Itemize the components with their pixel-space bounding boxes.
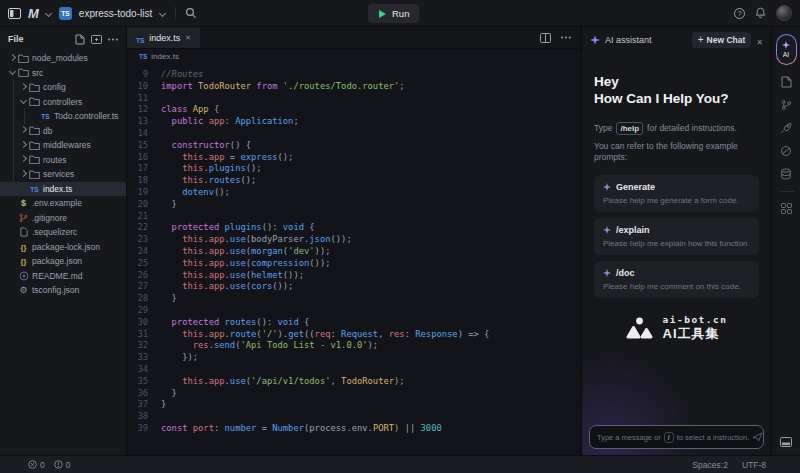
folder-icon bbox=[28, 83, 41, 92]
file-explorer-panel: File node_modulessrcconfigcontrollersTod… bbox=[0, 27, 127, 455]
project-name[interactable]: express-todo-list bbox=[79, 8, 152, 19]
tree-item-node-modules[interactable]: node_modules bbox=[0, 51, 126, 66]
split-editor-icon[interactable] bbox=[540, 33, 551, 43]
tree-item--gitignore[interactable]: .gitignore bbox=[0, 211, 126, 226]
new-folder-icon[interactable] bbox=[91, 34, 102, 44]
code-line: 29 bbox=[127, 305, 581, 317]
chevron-down-icon[interactable] bbox=[45, 10, 52, 17]
prompt-description: Please help me generate a form code. bbox=[603, 196, 750, 205]
watermark: ai-bot.cn AI工具集 bbox=[594, 314, 759, 343]
warnings-status[interactable]: 0 bbox=[54, 460, 71, 470]
search-icon[interactable] bbox=[185, 7, 197, 19]
help-icon[interactable] bbox=[734, 8, 745, 19]
sidebar-toggle-icon[interactable] bbox=[8, 8, 21, 19]
tree-item-middlewares[interactable]: middlewares bbox=[0, 138, 126, 153]
new-chat-button[interactable]: New Chat bbox=[692, 32, 752, 48]
bell-icon[interactable] bbox=[755, 7, 766, 19]
folder-icon bbox=[28, 155, 41, 164]
code-line: 17 this.plugins(); bbox=[127, 163, 581, 175]
code-line: 16 this.app = express(); bbox=[127, 152, 581, 164]
code-editor[interactable]: 9//Routes10import TodoRouter from './rou… bbox=[127, 64, 581, 455]
chevron-down-icon bbox=[7, 71, 17, 74]
close-tab-icon[interactable] bbox=[185, 33, 191, 42]
tree-item-todo-controller-ts[interactable]: Todo.controller.ts bbox=[0, 109, 126, 124]
encoding-status[interactable]: UTF-8 bbox=[742, 460, 766, 470]
code-line: 14 bbox=[127, 128, 581, 140]
file-icon bbox=[17, 198, 30, 208]
preview-link-icon[interactable] bbox=[780, 145, 792, 157]
chevron-right-icon bbox=[18, 129, 28, 132]
indent-guide bbox=[13, 80, 14, 196]
tree-item-db[interactable]: db bbox=[0, 124, 126, 139]
editor-tab-bar: index.ts bbox=[127, 27, 581, 49]
code-line: 21 bbox=[127, 211, 581, 223]
chat-input[interactable]: Type a message or / to select a instruct… bbox=[589, 425, 764, 449]
folder-icon bbox=[17, 54, 30, 63]
sparkle-icon bbox=[603, 269, 611, 277]
breadcrumb[interactable]: index.ts bbox=[127, 49, 581, 64]
send-icon[interactable] bbox=[752, 432, 763, 442]
apps-grid-icon[interactable] bbox=[781, 203, 792, 214]
docs-icon[interactable] bbox=[781, 76, 792, 88]
folder-icon bbox=[28, 126, 41, 135]
prompt-title: Generate bbox=[616, 182, 655, 192]
more-actions-icon[interactable] bbox=[561, 36, 571, 39]
bottom-panel-icon[interactable] bbox=[780, 437, 792, 447]
tree-item-label: config bbox=[43, 82, 66, 92]
tree-item-label: index.ts bbox=[43, 184, 72, 194]
warning-icon bbox=[54, 460, 63, 469]
user-avatar[interactable] bbox=[776, 5, 792, 21]
code-line: 26 this.app.use(helmet()); bbox=[127, 270, 581, 282]
code-line: 27 this.app.use(cors()); bbox=[127, 281, 581, 293]
run-button[interactable]: Run bbox=[368, 4, 419, 23]
tree-item-services[interactable]: services bbox=[0, 167, 126, 182]
tab-index-ts[interactable]: index.ts bbox=[127, 27, 200, 48]
help-command-chip[interactable]: /help bbox=[616, 122, 643, 135]
rocket-icon[interactable] bbox=[780, 122, 792, 134]
tree-item-label: node_modules bbox=[32, 53, 88, 63]
code-line: 37} bbox=[127, 399, 581, 411]
chevron-down-icon[interactable] bbox=[159, 10, 166, 17]
code-line: 22 protected plugins(): void { bbox=[127, 222, 581, 234]
tree-item-tsconfig-json[interactable]: tsconfig.json bbox=[0, 283, 126, 298]
prompt-card-generate[interactable]: GeneratePlease help me generate a form c… bbox=[594, 175, 759, 212]
refer-text: You can refer to the following example p… bbox=[594, 141, 759, 163]
file-icon bbox=[17, 271, 30, 281]
code-line: 24 this.app.use(morgan('dev')); bbox=[127, 246, 581, 258]
chevron-right-icon bbox=[18, 144, 28, 147]
input-placeholder: to select a instruction. bbox=[677, 433, 750, 442]
tree-item-config[interactable]: config bbox=[0, 80, 126, 95]
folder-icon bbox=[28, 170, 41, 179]
plus-icon bbox=[698, 35, 704, 45]
code-line: 33 }); bbox=[127, 352, 581, 364]
ai-assistant-panel: AI assistant New Chat Hey How Can I Help… bbox=[581, 27, 771, 455]
prompt-card-doc[interactable]: /docPlease help me comment on this code. bbox=[594, 261, 759, 298]
ai-assistant-tab-icon[interactable]: AI bbox=[776, 34, 797, 65]
code-line: 23 this.app.use(bodyParser.json()); bbox=[127, 234, 581, 246]
tree-item-label: tsconfig.json bbox=[32, 285, 79, 295]
example-prompts: GeneratePlease help me generate a form c… bbox=[594, 175, 759, 298]
tree-item-controllers[interactable]: controllers bbox=[0, 95, 126, 110]
database-icon[interactable] bbox=[780, 168, 792, 180]
tree-item-routes[interactable]: routes bbox=[0, 153, 126, 168]
tree-item--sequelizerc[interactable]: .sequelizerc bbox=[0, 225, 126, 240]
errors-status[interactable]: 0 bbox=[28, 460, 45, 470]
new-chat-label: New Chat bbox=[707, 35, 746, 45]
close-panel-icon[interactable] bbox=[756, 31, 763, 49]
more-actions-icon[interactable] bbox=[108, 38, 118, 41]
marscode-logo[interactable]: M bbox=[28, 6, 38, 21]
tree-item-package-json[interactable]: package.json bbox=[0, 254, 126, 269]
folder-icon bbox=[28, 97, 41, 106]
tree-item-src[interactable]: src bbox=[0, 66, 126, 81]
source-control-icon[interactable] bbox=[781, 99, 792, 111]
new-file-icon[interactable] bbox=[75, 34, 85, 45]
tree-item-package-lock-json[interactable]: package-lock.json bbox=[0, 240, 126, 255]
tree-item-readme-md[interactable]: README.md bbox=[0, 269, 126, 284]
tree-item-label: routes bbox=[43, 155, 67, 165]
greeting-line1: Hey bbox=[594, 74, 759, 91]
typescript-project-badge bbox=[59, 7, 72, 20]
tree-item--env-example[interactable]: .env.example bbox=[0, 196, 126, 211]
indentation-status[interactable]: Spaces:2 bbox=[692, 460, 727, 470]
prompt-card-explain[interactable]: /explainPlease help me explain how this … bbox=[594, 218, 759, 255]
tree-item-index-ts[interactable]: index.ts bbox=[0, 182, 126, 197]
